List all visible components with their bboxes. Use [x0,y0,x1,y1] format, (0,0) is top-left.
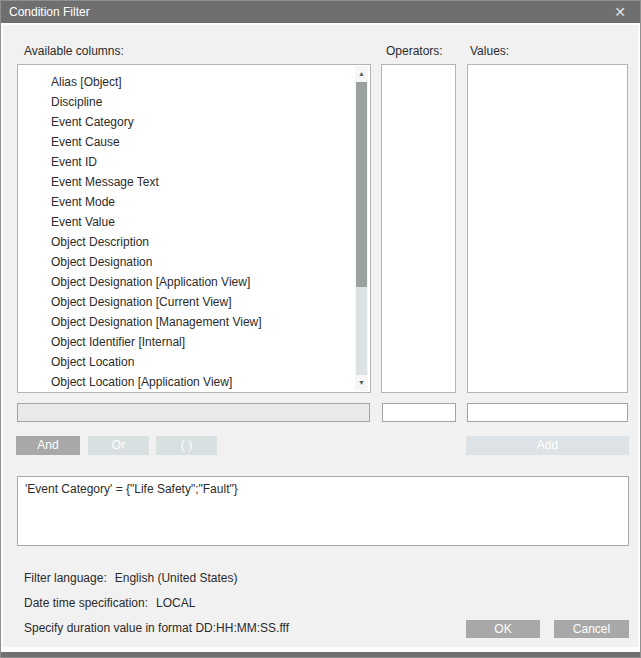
list-item[interactable]: Event Message Text [18,172,354,192]
ok-button[interactable]: OK [466,620,540,638]
filter-language-row: Filter language: English (United States) [24,571,237,585]
scroll-up-icon[interactable]: ▲ [355,66,368,82]
scrollbar-track[interactable] [356,287,367,375]
title-bar: Condition Filter [1,1,640,23]
list-item[interactable]: Object Designation [Management View] [18,312,354,332]
list-item[interactable]: Object Location [Application View] [18,372,354,392]
filter-language-label: Filter language: [24,571,107,585]
condition-expression-box[interactable]: 'Event Category' = {"Life Safety";"Fault… [17,476,629,546]
dialog-title: Condition Filter [1,5,90,19]
close-icon[interactable]: ✕ [608,1,632,23]
values-label: Values: [470,44,509,58]
date-time-row: Date time specification: LOCAL [24,596,195,610]
list-item[interactable]: Object Designation [Application View] [18,272,354,292]
available-columns-label: Available columns: [24,44,124,58]
list-item[interactable]: Event ID [18,152,354,172]
available-columns-list[interactable]: Alias [Object]DisciplineEvent CategoryEv… [17,64,371,393]
date-time-value: LOCAL [156,596,195,610]
available-columns-items: Alias [Object]DisciplineEvent CategoryEv… [18,72,354,392]
date-time-label: Date time specification: [24,596,148,610]
list-item[interactable]: Event Category [18,112,354,132]
list-item[interactable]: Event Cause [18,132,354,152]
list-item[interactable]: Object Location [18,352,354,372]
operators-list[interactable] [381,64,456,393]
and-button[interactable]: And [16,436,80,455]
add-button[interactable]: Add [466,436,629,455]
operators-label: Operators: [386,44,443,58]
value-input[interactable] [467,403,628,422]
cancel-button[interactable]: Cancel [554,620,629,638]
scroll-down-icon[interactable]: ▼ [355,375,368,391]
dialog-body: Available columns: Operators: Values: Al… [1,23,640,647]
list-item[interactable]: Object Identifier [Internal] [18,332,354,352]
duration-hint: Specify duration value in format DD:HH:M… [24,621,289,635]
parentheses-button[interactable]: ( ) [156,436,217,455]
list-item[interactable]: Object Description [18,232,354,252]
list-item[interactable]: Alias [Object] [18,72,354,92]
values-list[interactable] [467,64,628,393]
list-item[interactable]: Object Designation [Current View] [18,292,354,312]
list-item[interactable]: Event Mode [18,192,354,212]
bottom-window-frame [1,652,640,657]
list-item[interactable]: Discipline [18,92,354,112]
filter-language-value: English (United States) [115,571,238,585]
list-item[interactable]: Object Designation [18,252,354,272]
or-button[interactable]: Or [88,436,149,455]
scrollbar-thumb[interactable] [356,82,367,287]
column-filter-input [17,403,370,422]
columns-list-scrollbar[interactable]: ▲ ▼ [355,66,368,391]
operator-input[interactable] [382,403,456,422]
condition-filter-dialog: Condition Filter ✕ Available columns: Op… [0,0,641,658]
list-item[interactable]: Event Value [18,212,354,232]
